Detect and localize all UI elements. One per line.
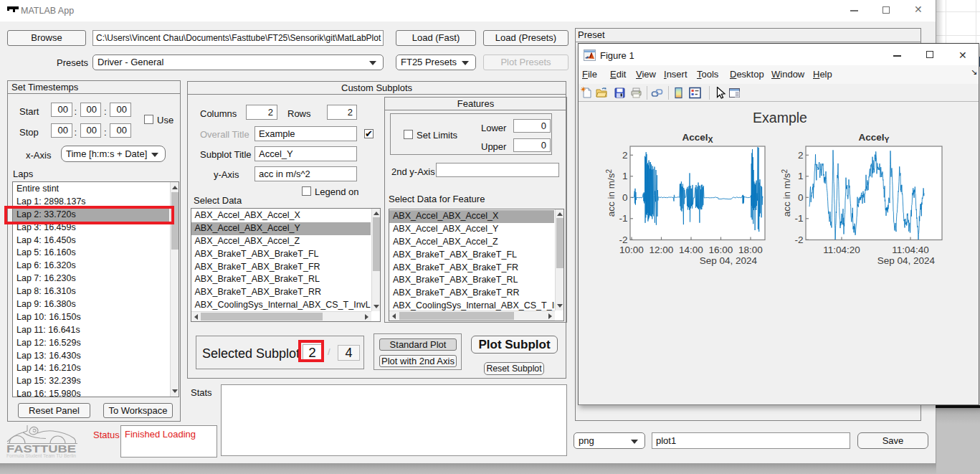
svg-text:Sep 04, 2024: Sep 04, 2024: [877, 255, 936, 266]
svg-text:acc in m/s2: acc in m/s2: [781, 169, 792, 217]
svg-text:-1: -1: [619, 213, 627, 224]
svg-text:Formula Student Team TU Berlin: Formula Student Team TU Berlin: [6, 453, 76, 458]
svg-text:Example: Example: [753, 110, 807, 125]
svg-text:11:04:40: 11:04:40: [892, 245, 929, 255]
svg-text:18:00: 18:00: [738, 245, 763, 255]
svg-text:1: 1: [798, 171, 804, 181]
svg-text:11:04:20: 11:04:20: [823, 245, 860, 255]
svg-text:12:00: 12:00: [650, 245, 674, 255]
svg-text:10:00: 10:00: [619, 245, 644, 255]
svg-text:16:00: 16:00: [709, 245, 733, 255]
svg-text:-2: -2: [794, 234, 803, 245]
svg-text:14:00: 14:00: [679, 245, 703, 255]
svg-text:2: 2: [622, 150, 628, 161]
svg-text:AccelY: AccelY: [858, 132, 889, 144]
svg-text:Sep 04, 2024: Sep 04, 2024: [700, 255, 758, 266]
svg-text:1: 1: [622, 171, 628, 181]
svg-text:acc in m/s2: acc in m/s2: [605, 169, 617, 217]
svg-text:0: 0: [798, 192, 804, 203]
svg-text:0: 0: [622, 192, 628, 203]
svg-text:AccelX: AccelX: [682, 132, 713, 144]
svg-text:-1: -1: [794, 213, 803, 224]
svg-text:-2: -2: [619, 234, 627, 245]
svg-text:2: 2: [798, 150, 804, 161]
